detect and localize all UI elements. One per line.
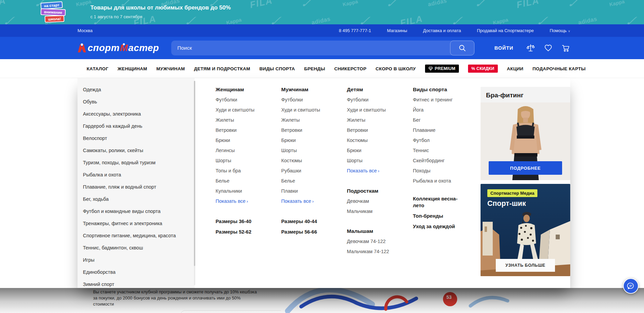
featured-link[interactable]: Коллекция весна-лето <box>413 195 464 209</box>
column-title[interactable]: Мужчинам <box>281 85 343 95</box>
nav-item[interactable]: СКОРО В ШКОЛУ <box>376 66 416 71</box>
menu-link[interactable]: Белье <box>216 176 277 186</box>
topbar-link[interactable]: Магазины <box>387 28 407 33</box>
menu-link[interactable]: Купальники <box>216 186 277 196</box>
nav-sale-badge[interactable]: % СКИДКИ <box>468 65 498 73</box>
learn-more-button[interactable]: УЗНАТЬ БОЛЬШЕ <box>496 259 555 272</box>
menu-link[interactable]: Шорты <box>347 155 408 166</box>
menu-link[interactable]: Легинсы <box>216 145 277 155</box>
sidebar-category[interactable]: Игры <box>77 254 195 266</box>
menu-link[interactable]: Плавки <box>281 186 343 196</box>
menu-link[interactable]: Костюмы <box>281 155 343 166</box>
school-promo-banner[interactable]: FILA✓Kappa✓adidas✓FILA✓Kappa✓adidas✓FILA… <box>0 0 644 24</box>
nav-item[interactable]: АКЦИИ <box>507 66 524 71</box>
menu-link[interactable]: Брюки <box>216 135 277 145</box>
search-button[interactable] <box>450 41 474 55</box>
size-link[interactable]: Размеры 56-66 <box>281 227 343 237</box>
nav-premium-badge[interactable]: PREMIUM <box>425 65 459 73</box>
sidebar-category[interactable]: Туризм, походы, водный туризм <box>77 156 195 169</box>
sportmaster-logo[interactable]: спортМастер <box>77 43 159 53</box>
menu-link[interactable]: Рубашки <box>281 166 343 176</box>
featured-link[interactable]: Топ-бренды <box>413 213 464 219</box>
show-all-women[interactable]: Показать все› <box>216 196 277 207</box>
menu-link[interactable]: Костюмы <box>347 135 408 145</box>
topbar-link[interactable]: Доставка и оплата <box>423 28 461 33</box>
menu-link[interactable]: Скейтбординг <box>413 155 474 166</box>
menu-link[interactable]: Топы и бра <box>216 166 277 176</box>
nav-item[interactable]: ПОДАРОЧНЫЕ КАРТЫ <box>533 66 586 71</box>
menu-link[interactable]: Походы <box>413 166 474 176</box>
city-selector[interactable]: Москва <box>77 28 92 33</box>
sidebar-category[interactable]: Аксессуары, электроника <box>77 108 195 120</box>
sidebar-category[interactable]: Бег, ходьба <box>77 193 195 205</box>
menu-link[interactable]: Худи и свитшоты <box>347 105 408 115</box>
sidebar-category[interactable]: Гардероб на каждый день <box>77 120 195 132</box>
sidebar-category[interactable]: Тренажеры, фитнес и электроника <box>77 217 195 230</box>
menu-link[interactable]: Теннис <box>413 145 474 155</box>
sidebar-category[interactable]: Обувь <box>77 96 195 108</box>
menu-link[interactable]: Жилеты <box>347 115 408 125</box>
nav-item[interactable]: БРЕНДЫ <box>304 66 325 71</box>
featured-link[interactable]: Уход за одеждой <box>413 223 464 230</box>
sidebar-category[interactable]: Плавание, пляж и водный спорт <box>77 181 195 193</box>
help-menu[interactable]: Помощь∨ <box>550 28 570 33</box>
nav-item[interactable]: СНИКЕРСТОР <box>334 66 367 71</box>
nav-item[interactable]: ВИДЫ СПОРТА <box>259 66 295 71</box>
menu-link[interactable]: Брюки <box>281 135 343 145</box>
menu-link[interactable]: Шорты <box>281 145 343 155</box>
menu-link[interactable]: Девочкам 74-122 <box>347 236 408 246</box>
phone-link[interactable]: 8 495 777-777-1 <box>339 28 371 33</box>
nav-item[interactable]: ЖЕНЩИНАМ <box>117 66 147 71</box>
menu-link[interactable]: Ветровки <box>347 125 408 135</box>
topbar-link[interactable]: Продавай на Спортмастере <box>477 28 534 33</box>
column-title[interactable]: Виды спорта <box>413 85 474 95</box>
subsection-title-teens[interactable]: Подросткам <box>347 186 408 196</box>
menu-link[interactable]: Брюки <box>347 145 408 155</box>
menu-link[interactable]: Ветровки <box>281 125 343 135</box>
size-link[interactable]: Размеры 36-40 <box>216 216 277 227</box>
menu-link[interactable]: Футболки <box>216 95 277 105</box>
menu-link[interactable]: Худи и свитшоты <box>216 105 277 115</box>
sidebar-category[interactable]: Зимний спорт <box>77 278 195 288</box>
chat-support-button[interactable] <box>623 278 639 294</box>
menu-link[interactable]: Мальчикам 74-122 <box>347 246 408 257</box>
menu-link[interactable]: Белье <box>281 176 343 186</box>
show-all-kids[interactable]: Показать все› <box>347 166 408 176</box>
search-input[interactable] <box>171 41 449 55</box>
menu-link[interactable]: Плавание <box>413 125 474 135</box>
size-link[interactable]: Размеры 52-62 <box>216 227 277 237</box>
sidebar-category[interactable]: Одежда <box>77 83 195 96</box>
nav-item[interactable]: ДЕТЯМ И ПОДРОСТКАМ <box>194 66 250 71</box>
menu-link[interactable]: Футболки <box>347 95 408 105</box>
menu-link[interactable]: Футболки <box>281 95 343 105</box>
cart-button[interactable] <box>561 44 570 52</box>
favorites-button[interactable] <box>544 44 553 52</box>
sidebar-category[interactable]: Рыбалка и охота <box>77 169 195 181</box>
sidebar-category[interactable]: Единоборства <box>77 266 195 278</box>
menu-link[interactable]: Девочкам <box>347 196 408 206</box>
sidebar-category[interactable]: Самокаты, ролики, скейты <box>77 144 195 156</box>
sidebar-category[interactable]: Велоспорт <box>77 132 195 144</box>
column-title[interactable]: Женщинам <box>216 85 277 95</box>
menu-link[interactable]: Жилеты <box>216 115 277 125</box>
menu-link[interactable]: Худи и свитшоты <box>281 105 343 115</box>
show-all-men[interactable]: Показать все› <box>281 196 343 207</box>
menu-link[interactable]: Йога <box>413 105 474 115</box>
menu-link[interactable]: Мальчикам <box>347 206 408 216</box>
bra-fitting-details-button[interactable]: ПОДРОБНЕЕ <box>489 161 562 175</box>
menu-link[interactable]: Ветровки <box>216 125 277 135</box>
menu-link[interactable]: Фитнес и тренинг <box>413 95 474 105</box>
menu-link[interactable]: Жилеты <box>281 115 343 125</box>
sidebar-category[interactable]: Теннис, бадминтон, сквош <box>77 242 195 254</box>
column-title[interactable]: Детям <box>347 85 408 95</box>
menu-link[interactable]: Футбол <box>413 135 474 145</box>
menu-link[interactable]: Рыбалка и охота <box>413 176 474 186</box>
subsection-title-babies[interactable]: Малышам <box>347 226 408 236</box>
size-link[interactable]: Размеры 40-44 <box>281 216 343 227</box>
menu-link[interactable]: Шорты <box>216 155 277 166</box>
sidebar-category[interactable]: Спортивное питание, медицина, красота <box>77 230 195 242</box>
menu-link[interactable]: Бег <box>413 115 474 125</box>
nav-item[interactable]: КАТАЛОГ <box>87 66 108 71</box>
compare-button[interactable] <box>526 44 535 52</box>
nav-item[interactable]: МУЖЧИНАМ <box>156 66 185 71</box>
